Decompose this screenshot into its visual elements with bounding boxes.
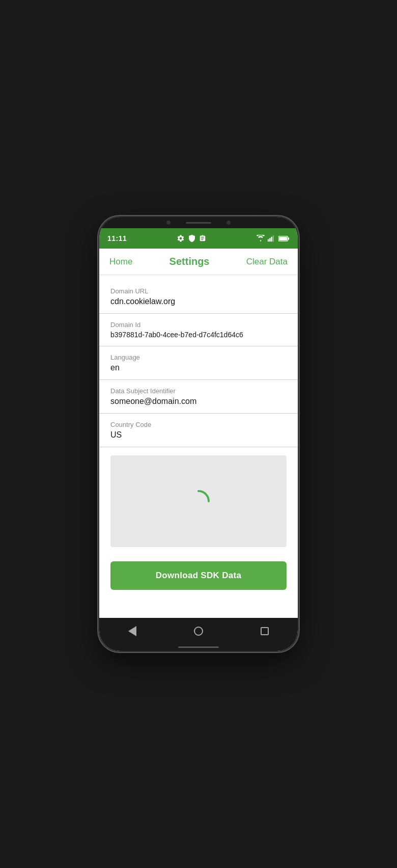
domain-url-value[interactable]: cdn.cookielaw.org bbox=[110, 297, 287, 308]
language-value[interactable]: en bbox=[110, 363, 287, 374]
status-right-icons bbox=[256, 235, 290, 242]
phone-frame: 11:11 bbox=[99, 217, 298, 651]
country-code-label: Country Code bbox=[110, 421, 287, 428]
loading-spinner bbox=[186, 489, 211, 514]
domain-url-field: Domain URL cdn.cookielaw.org bbox=[99, 280, 298, 314]
svg-rect-5 bbox=[279, 236, 287, 240]
home-button[interactable] bbox=[191, 624, 206, 638]
clear-data-button[interactable]: Clear Data bbox=[246, 257, 288, 267]
domain-id-field: Domain Id b397881d-7ab0-4cee-b7ed-d7c4fc… bbox=[99, 314, 298, 346]
home-nav-button[interactable]: Home bbox=[109, 257, 132, 267]
svg-rect-1 bbox=[269, 238, 270, 241]
svg-rect-2 bbox=[271, 237, 272, 242]
status-bar: 11:11 bbox=[99, 228, 298, 249]
swipe-indicator bbox=[99, 644, 298, 651]
data-subject-label: Data Subject Identifier bbox=[110, 387, 287, 395]
back-icon bbox=[128, 626, 136, 636]
country-code-value[interactable]: US bbox=[110, 430, 287, 442]
domain-url-label: Domain URL bbox=[110, 287, 287, 295]
android-nav-bar bbox=[99, 618, 298, 644]
app-nav-header: Home Settings Clear Data bbox=[99, 249, 298, 275]
settings-icon bbox=[177, 234, 185, 242]
camera-bar bbox=[99, 217, 298, 228]
domain-id-value[interactable]: b397881d-7ab0-4cee-b7ed-d7c4fc1d64c6 bbox=[110, 331, 287, 341]
country-code-field: Country Code US bbox=[99, 414, 298, 447]
domain-id-label: Domain Id bbox=[110, 321, 287, 329]
language-label: Language bbox=[110, 354, 287, 361]
clipboard-icon bbox=[199, 234, 206, 242]
camera-lens-right bbox=[226, 221, 231, 225]
data-subject-field: Data Subject Identifier someone@domain.c… bbox=[99, 380, 298, 414]
swipe-bar bbox=[178, 646, 219, 648]
recents-button[interactable] bbox=[258, 624, 272, 638]
svg-rect-3 bbox=[273, 235, 274, 241]
settings-content: Domain URL cdn.cookielaw.org Domain Id b… bbox=[99, 275, 298, 618]
battery-icon bbox=[278, 235, 290, 242]
data-subject-value[interactable]: someone@domain.com bbox=[110, 397, 287, 408]
language-field: Language en bbox=[99, 346, 298, 380]
svg-rect-0 bbox=[268, 239, 269, 242]
wifi-icon bbox=[256, 235, 265, 242]
status-time: 11:11 bbox=[107, 234, 127, 242]
signal-icon bbox=[268, 235, 276, 242]
phone-screen: 11:11 bbox=[99, 217, 298, 651]
recents-icon bbox=[261, 627, 269, 635]
webview-loading-area bbox=[110, 455, 287, 547]
shield-icon bbox=[188, 234, 196, 242]
svg-rect-6 bbox=[288, 237, 289, 239]
page-title: Settings bbox=[169, 256, 210, 267]
home-icon bbox=[194, 627, 203, 636]
download-sdk-button[interactable]: Download SDK Data bbox=[110, 561, 287, 590]
back-button[interactable] bbox=[125, 624, 139, 638]
camera-lens-left bbox=[166, 221, 171, 225]
status-icons bbox=[177, 234, 206, 242]
